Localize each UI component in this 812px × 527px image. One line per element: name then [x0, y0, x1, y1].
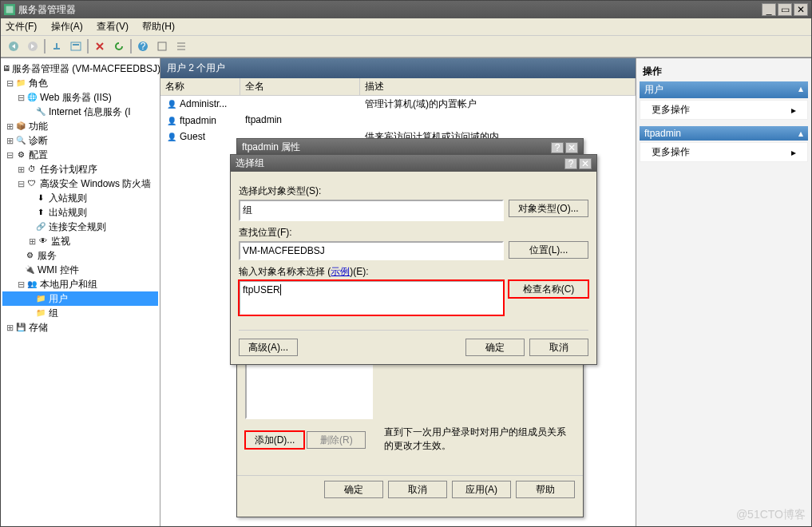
- dialog-titlebar[interactable]: ftpadmin 属性 ? ✕: [237, 139, 583, 156]
- toolbar: ?: [1, 36, 811, 57]
- object-type-value: 组: [239, 200, 504, 221]
- actions-pane: 操作 用户▴ 更多操作▸ ftpadmin▴ 更多操作▸: [636, 58, 811, 526]
- nav-tree[interactable]: 🖥服务器管理器 (VM-MACFEEDBSJ) ⊟📁角色 ⊟🌐Web 服务器 (…: [1, 58, 160, 526]
- tree-storage[interactable]: ⊞💾存储: [2, 320, 158, 335]
- select-group-dialog[interactable]: 选择组 ? ✕ 选择此对象类型(S): 组 对象类型(O)... 查找位置(F)…: [230, 154, 597, 365]
- diagnostics-icon: 🔍: [14, 134, 27, 147]
- separator-icon: [44, 39, 46, 53]
- list-button[interactable]: [173, 38, 189, 54]
- forward-button[interactable]: [25, 38, 41, 54]
- export-button[interactable]: [154, 38, 170, 54]
- object-type-button[interactable]: 对象类型(O)...: [509, 200, 588, 217]
- tree-roles[interactable]: ⊟📁角色: [2, 76, 158, 90]
- storage-icon: 💾: [14, 321, 27, 334]
- close-icon[interactable]: ✕: [579, 158, 592, 169]
- action-more-ftpadmin[interactable]: 更多操作▸: [640, 142, 808, 162]
- help-icon[interactable]: ?: [564, 158, 577, 169]
- tree-diagnostics[interactable]: ⊞🔍诊断: [2, 133, 158, 148]
- iis-icon: 🌐: [26, 91, 38, 104]
- tree-config[interactable]: ⊟⚙配置: [2, 148, 158, 162]
- menu-view[interactable]: 查看(V): [97, 21, 129, 32]
- minimize-button[interactable]: _: [762, 3, 776, 16]
- col-name[interactable]: 名称: [160, 78, 240, 95]
- list-row[interactable]: 👤Administr... 管理计算机(域)的内置帐户: [160, 96, 636, 113]
- tree-connsec[interactable]: 🔗连接安全规则: [2, 220, 158, 234]
- firewall-icon: 🛡: [26, 177, 38, 190]
- action-group-ftpadmin[interactable]: ftpadmin▴: [640, 126, 808, 141]
- watermark: @51CTO博客: [736, 508, 806, 522]
- separator-icon: [130, 39, 132, 53]
- menu-file[interactable]: 文件(F): [6, 21, 37, 32]
- config-icon: ⚙: [14, 149, 27, 161]
- tree-services[interactable]: ⚙服务: [2, 248, 158, 263]
- action-group-users[interactable]: 用户▴: [640, 81, 808, 98]
- tree-groups[interactable]: 📁组: [2, 306, 158, 320]
- up-button[interactable]: [49, 38, 65, 54]
- ok-button[interactable]: 确定: [324, 481, 383, 498]
- tree-wmi[interactable]: 🔌WMI 控件: [2, 263, 158, 277]
- restore-button[interactable]: ▭: [778, 3, 792, 16]
- tree-firewall[interactable]: ⊟🛡高级安全 Windows 防火墙: [2, 176, 158, 191]
- add-button[interactable]: 添加(D)...: [245, 431, 304, 449]
- ok-button[interactable]: 确定: [465, 339, 525, 356]
- back-button[interactable]: [6, 38, 22, 54]
- remove-button[interactable]: 删除(R): [307, 431, 366, 449]
- svg-text:?: ?: [141, 41, 146, 52]
- action-more-users[interactable]: 更多操作▸: [640, 100, 808, 120]
- dialog-title: ftpadmin 属性: [242, 141, 300, 154]
- example-link[interactable]: 示例: [331, 266, 350, 277]
- close-button[interactable]: ✕: [794, 3, 808, 16]
- object-name-input[interactable]: ftpUSER: [239, 280, 504, 315]
- list-header[interactable]: 名称 全名 描述: [160, 78, 636, 96]
- center-pane: 用户 2 个用户 名称 全名 描述 👤Administr... 管理计算机(域)…: [160, 58, 636, 526]
- monitor-icon: 👁: [37, 235, 50, 248]
- connsec-icon: 🔗: [34, 220, 47, 233]
- location-label: 查找位置(F):: [239, 226, 588, 240]
- folder-icon: 📁: [34, 307, 47, 319]
- svg-rect-1: [6, 6, 14, 14]
- dialog-title: 选择组: [236, 157, 264, 170]
- tree-web-iis[interactable]: ⊟🌐Web 服务器 (IIS): [2, 90, 158, 105]
- dialog-titlebar[interactable]: 选择组 ? ✕: [231, 155, 596, 172]
- user-icon: 👤: [165, 130, 178, 143]
- delete-button[interactable]: [92, 38, 108, 54]
- menu-help[interactable]: 帮助(H): [142, 21, 175, 32]
- tree-users[interactable]: 📁用户: [2, 291, 158, 306]
- chevron-right-icon: ▸: [791, 105, 796, 116]
- iis-mgr-icon: 🔧: [34, 105, 47, 118]
- help-button[interactable]: ?: [135, 38, 151, 54]
- menu-action[interactable]: 操作(A): [51, 21, 83, 32]
- svg-rect-5: [73, 44, 79, 46]
- tree-root[interactable]: 🖥服务器管理器 (VM-MACFEEDBSJ): [2, 61, 158, 76]
- check-names-button[interactable]: 检查名称(C): [509, 280, 588, 298]
- list-row[interactable]: 👤ftpadmin ftpadmin: [160, 113, 636, 129]
- svg-rect-8: [158, 42, 166, 50]
- tree-local-users-groups[interactable]: ⊟👥本地用户和组: [2, 277, 158, 291]
- titlebar: 服务器管理器 _ ▭ ✕: [1, 1, 811, 18]
- services-icon: ⚙: [23, 249, 36, 262]
- tree-outbound[interactable]: ⬆出站规则: [2, 205, 158, 220]
- tree-iis-info[interactable]: 🔧Internet 信息服务 (I: [2, 105, 158, 119]
- tree-features[interactable]: ⊞📦功能: [2, 119, 158, 133]
- note-text: 直到下一次用户登录时对用户的组成员关系的更改才生效。: [384, 426, 568, 453]
- tree-inbound[interactable]: ⬇入站规则: [2, 191, 158, 205]
- member-list[interactable]: [245, 355, 373, 419]
- help-button[interactable]: 帮助: [516, 481, 575, 498]
- cancel-button[interactable]: 取消: [388, 481, 447, 498]
- user-icon: 👤: [165, 97, 178, 110]
- tree-monitor[interactable]: ⊞👁监视: [2, 234, 158, 248]
- tree-task-scheduler[interactable]: ⊞⏱任务计划程序: [2, 162, 158, 176]
- col-fullname[interactable]: 全名: [240, 78, 360, 95]
- refresh-button[interactable]: [111, 38, 127, 54]
- location-value: VM-MACFEEDBSJ: [239, 241, 504, 260]
- object-name-label: 输入对象名称来选择 (示例)(E):: [239, 265, 588, 279]
- properties-button[interactable]: [68, 38, 84, 54]
- location-button[interactable]: 位置(L)...: [509, 241, 588, 259]
- app-icon: [4, 4, 15, 15]
- help-icon[interactable]: ?: [551, 142, 564, 153]
- apply-button[interactable]: 应用(A): [452, 481, 511, 498]
- col-desc[interactable]: 描述: [360, 78, 636, 95]
- advanced-button[interactable]: 高级(A)...: [239, 339, 298, 356]
- cancel-button[interactable]: 取消: [529, 339, 588, 356]
- close-icon[interactable]: ✕: [565, 142, 578, 153]
